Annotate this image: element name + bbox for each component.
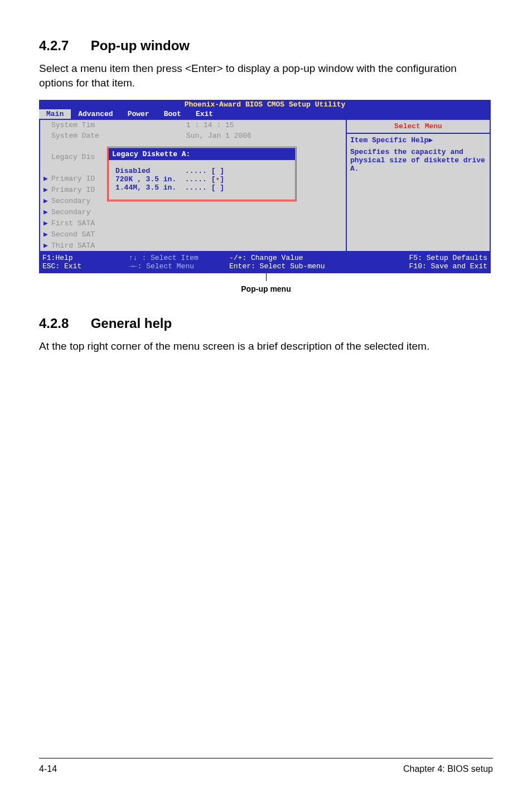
help-box: Item Specific Help▶ Specifies the capaci… [347,134,491,252]
page-number: 4-14 [39,764,57,774]
section-number: 4.2.7 [39,38,87,54]
chevron-right-icon: ▶ [428,136,433,144]
bios-footer: F1:Help ESC: Exit ↑↓ : Select Item →←: S… [39,252,491,272]
tab-power[interactable]: Power [120,109,157,119]
footer-col4: F5: Setup Defaults F10: Save and Exit [341,254,487,270]
popup-body: Disabled ..... [ ] 720K , 3.5 in. ..... … [109,160,295,200]
footer-col1: F1:Help ESC: Exit [42,254,129,270]
row-system-time: System Tim 1 : 14 : 15 [40,120,346,131]
heading-popup-window: 4.2.7 Pop-up window [39,38,493,54]
tab-boot[interactable]: Boot [157,109,188,119]
popup-caption: Pop-up menu [39,284,493,293]
popup-option-disabled[interactable]: Disabled ..... [ ] [115,167,224,175]
bios-title: Phoenix-Award BIOS CMOS Setup Utility [39,100,491,109]
bios-screenshot: Phoenix-Award BIOS CMOS Setup Utility Ma… [39,100,491,273]
section-title-2: General help [91,316,172,331]
section-number-2: 4.2.8 [39,316,87,331]
row-system-date: System Date Sun, Jan 1 2006 [40,131,346,141]
bios-right-pane: Select Menu Item Specific Help▶ Specifie… [347,120,491,252]
help-title: Item Specific Help [350,136,428,144]
bios-left-pane: System Tim 1 : 14 : 15 System Date Sun, … [39,120,347,252]
tab-exit[interactable]: Exit [188,109,220,119]
popup-window: Legacy Diskette A: Disabled ..... [ ] 72… [107,147,297,201]
tab-advanced[interactable]: Advanced [71,109,120,119]
page-footer: 4-14 Chapter 4: BIOS setup [39,758,493,774]
popup-option-144m[interactable]: 1.44M, 3.5 in. ..... [ ] [115,183,224,192]
select-menu-box: Select Menu [347,120,491,134]
section1-body: Select a menu item then press <Enter> to… [39,61,493,90]
row-secondary2[interactable]: ▶Secondary [40,206,346,218]
popup-header: Legacy Diskette A: [109,148,295,160]
footer-col3: -/+: Change Value Enter: Select Sub-menu [229,254,341,270]
chapter-label: Chapter 4: BIOS setup [403,764,493,774]
heading-general-help: 4.2.8 General help [39,316,493,331]
row-third-sata[interactable]: ▶Third SATA [40,240,346,251]
bios-body: System Tim 1 : 14 : 15 System Date Sun, … [39,120,491,252]
section2-body: At the top right corner of the menu scre… [39,339,493,354]
help-description: Specifies the capacity and physical size… [350,148,486,173]
tab-main[interactable]: Main [39,109,71,119]
popup-option-720k[interactable]: 720K , 3.5 in. ..... [▪] [115,175,224,183]
bios-menu-bar: MainAdvancedPowerBootExit [39,109,491,120]
row-second-sata[interactable]: ▶Second SAT [40,229,346,240]
caption-arrow-icon [266,273,267,281]
section-title: Pop-up window [91,38,190,53]
footer-col2: ↑↓ : Select Item →←: Select Menu [129,254,229,270]
row-first-sata[interactable]: ▶First SATA [40,218,346,229]
